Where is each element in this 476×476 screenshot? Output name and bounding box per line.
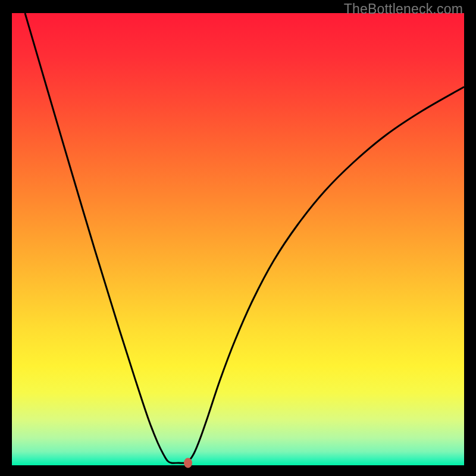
plot-area xyxy=(12,13,464,465)
min-point-marker xyxy=(184,458,192,468)
chart-frame xyxy=(12,13,464,465)
bottleneck-curve xyxy=(25,13,464,463)
curve-layer xyxy=(12,13,464,465)
watermark-text: TheBottleneck.com xyxy=(344,1,463,17)
